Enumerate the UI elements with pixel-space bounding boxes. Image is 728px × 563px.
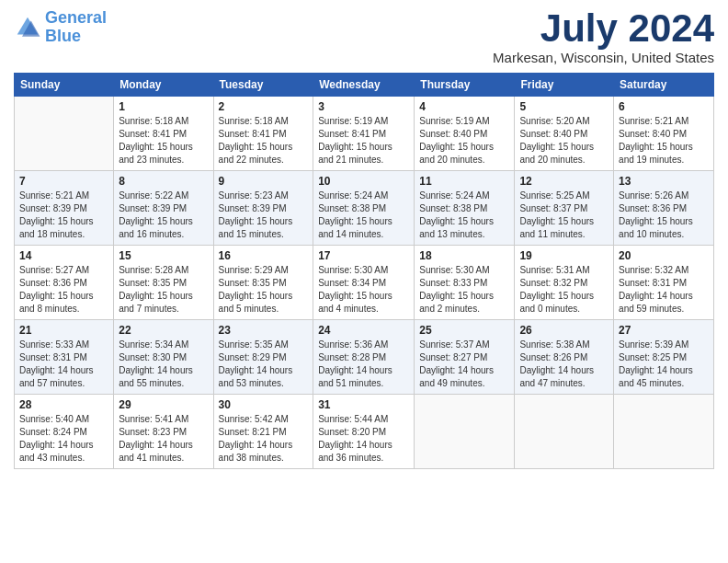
day-of-week-header: Thursday bbox=[415, 74, 515, 97]
calendar-cell: 9Sunrise: 5:23 AM Sunset: 8:39 PM Daylig… bbox=[213, 171, 313, 246]
day-info: Sunrise: 5:24 AM Sunset: 8:38 PM Dayligh… bbox=[419, 190, 509, 241]
day-info: Sunrise: 5:20 AM Sunset: 8:40 PM Dayligh… bbox=[519, 115, 609, 167]
day-number: 29 bbox=[119, 398, 208, 411]
logo-blue: Blue bbox=[45, 27, 81, 45]
day-number: 24 bbox=[318, 324, 409, 337]
logo-icon bbox=[14, 14, 41, 41]
day-number: 30 bbox=[219, 398, 309, 411]
day-of-week-header: Wednesday bbox=[313, 74, 415, 97]
day-info: Sunrise: 5:21 AM Sunset: 8:40 PM Dayligh… bbox=[619, 115, 709, 167]
day-info: Sunrise: 5:34 AM Sunset: 8:30 PM Dayligh… bbox=[119, 339, 208, 390]
day-of-week-header: Saturday bbox=[614, 74, 714, 97]
calendar-cell: 19Sunrise: 5:31 AM Sunset: 8:32 PM Dayli… bbox=[515, 246, 614, 320]
calendar-cell bbox=[515, 395, 614, 469]
calendar-cell: 2Sunrise: 5:18 AM Sunset: 8:41 PM Daylig… bbox=[213, 97, 313, 171]
day-info: Sunrise: 5:32 AM Sunset: 8:31 PM Dayligh… bbox=[619, 264, 709, 316]
calendar-header-row: SundayMondayTuesdayWednesdayThursdayFrid… bbox=[15, 74, 714, 97]
calendar-cell: 7Sunrise: 5:21 AM Sunset: 8:39 PM Daylig… bbox=[15, 171, 114, 246]
month-title: July 2024 bbox=[493, 9, 714, 48]
calendar-cell: 13Sunrise: 5:26 AM Sunset: 8:36 PM Dayli… bbox=[614, 171, 714, 246]
day-number: 10 bbox=[318, 175, 409, 188]
day-number: 1 bbox=[119, 100, 208, 113]
calendar-cell: 30Sunrise: 5:42 AM Sunset: 8:21 PM Dayli… bbox=[213, 395, 313, 469]
calendar-cell: 4Sunrise: 5:19 AM Sunset: 8:40 PM Daylig… bbox=[415, 97, 515, 171]
day-number: 28 bbox=[19, 398, 108, 411]
day-info: Sunrise: 5:30 AM Sunset: 8:33 PM Dayligh… bbox=[419, 264, 509, 316]
day-info: Sunrise: 5:26 AM Sunset: 8:36 PM Dayligh… bbox=[619, 190, 709, 241]
day-of-week-header: Sunday bbox=[15, 74, 114, 97]
calendar-cell: 27Sunrise: 5:39 AM Sunset: 8:25 PM Dayli… bbox=[614, 320, 714, 395]
calendar-cell: 31Sunrise: 5:44 AM Sunset: 8:20 PM Dayli… bbox=[313, 395, 415, 469]
day-of-week-header: Friday bbox=[515, 74, 614, 97]
day-info: Sunrise: 5:19 AM Sunset: 8:41 PM Dayligh… bbox=[318, 115, 409, 167]
day-number: 4 bbox=[419, 100, 509, 113]
day-of-week-header: Tuesday bbox=[213, 74, 313, 97]
day-info: Sunrise: 5:30 AM Sunset: 8:34 PM Dayligh… bbox=[318, 264, 409, 316]
calendar-cell: 18Sunrise: 5:30 AM Sunset: 8:33 PM Dayli… bbox=[415, 246, 515, 320]
day-info: Sunrise: 5:37 AM Sunset: 8:27 PM Dayligh… bbox=[419, 339, 509, 390]
day-number: 20 bbox=[619, 249, 709, 262]
day-number: 3 bbox=[318, 100, 409, 113]
location-text: Markesan, Wisconsin, United States bbox=[493, 50, 714, 65]
calendar-cell: 20Sunrise: 5:32 AM Sunset: 8:31 PM Dayli… bbox=[614, 246, 714, 320]
day-number: 21 bbox=[19, 324, 108, 337]
day-info: Sunrise: 5:25 AM Sunset: 8:37 PM Dayligh… bbox=[519, 190, 609, 241]
calendar-cell: 6Sunrise: 5:21 AM Sunset: 8:40 PM Daylig… bbox=[614, 97, 714, 171]
calendar-cell: 25Sunrise: 5:37 AM Sunset: 8:27 PM Dayli… bbox=[415, 320, 515, 395]
day-number: 12 bbox=[519, 175, 609, 188]
day-number: 16 bbox=[219, 249, 309, 262]
calendar-cell: 3Sunrise: 5:19 AM Sunset: 8:41 PM Daylig… bbox=[313, 97, 415, 171]
calendar-cell: 8Sunrise: 5:22 AM Sunset: 8:39 PM Daylig… bbox=[114, 171, 213, 246]
day-number: 8 bbox=[119, 175, 208, 188]
day-info: Sunrise: 5:22 AM Sunset: 8:39 PM Dayligh… bbox=[119, 190, 208, 241]
calendar-cell: 24Sunrise: 5:36 AM Sunset: 8:28 PM Dayli… bbox=[313, 320, 415, 395]
calendar-cell: 10Sunrise: 5:24 AM Sunset: 8:38 PM Dayli… bbox=[313, 171, 415, 246]
day-number: 25 bbox=[419, 324, 509, 337]
calendar-cell: 5Sunrise: 5:20 AM Sunset: 8:40 PM Daylig… bbox=[515, 97, 614, 171]
day-info: Sunrise: 5:35 AM Sunset: 8:29 PM Dayligh… bbox=[219, 339, 309, 390]
day-info: Sunrise: 5:29 AM Sunset: 8:35 PM Dayligh… bbox=[219, 264, 309, 316]
day-info: Sunrise: 5:33 AM Sunset: 8:31 PM Dayligh… bbox=[19, 339, 108, 390]
calendar-cell: 17Sunrise: 5:30 AM Sunset: 8:34 PM Dayli… bbox=[313, 246, 415, 320]
calendar-cell: 14Sunrise: 5:27 AM Sunset: 8:36 PM Dayli… bbox=[15, 246, 114, 320]
calendar-cell: 22Sunrise: 5:34 AM Sunset: 8:30 PM Dayli… bbox=[114, 320, 213, 395]
calendar-cell bbox=[415, 395, 515, 469]
day-number: 6 bbox=[619, 100, 709, 113]
title-area: July 2024 Markesan, Wisconsin, United St… bbox=[493, 9, 714, 65]
day-of-week-header: Monday bbox=[114, 74, 213, 97]
calendar-cell: 23Sunrise: 5:35 AM Sunset: 8:29 PM Dayli… bbox=[213, 320, 313, 395]
logo-text: General Blue bbox=[45, 9, 107, 46]
day-number: 7 bbox=[19, 175, 108, 188]
calendar-cell: 12Sunrise: 5:25 AM Sunset: 8:37 PM Dayli… bbox=[515, 171, 614, 246]
day-info: Sunrise: 5:23 AM Sunset: 8:39 PM Dayligh… bbox=[219, 190, 309, 241]
calendar-cell: 28Sunrise: 5:40 AM Sunset: 8:24 PM Dayli… bbox=[15, 395, 114, 469]
calendar-week-row: 28Sunrise: 5:40 AM Sunset: 8:24 PM Dayli… bbox=[15, 395, 714, 469]
day-info: Sunrise: 5:18 AM Sunset: 8:41 PM Dayligh… bbox=[219, 115, 309, 167]
day-number: 14 bbox=[19, 249, 108, 262]
calendar-cell bbox=[15, 97, 114, 171]
day-info: Sunrise: 5:27 AM Sunset: 8:36 PM Dayligh… bbox=[19, 264, 108, 316]
day-info: Sunrise: 5:24 AM Sunset: 8:38 PM Dayligh… bbox=[318, 190, 409, 241]
day-info: Sunrise: 5:21 AM Sunset: 8:39 PM Dayligh… bbox=[19, 190, 108, 241]
day-number: 11 bbox=[419, 175, 509, 188]
calendar-week-row: 7Sunrise: 5:21 AM Sunset: 8:39 PM Daylig… bbox=[15, 171, 714, 246]
calendar-week-row: 21Sunrise: 5:33 AM Sunset: 8:31 PM Dayli… bbox=[15, 320, 714, 395]
day-info: Sunrise: 5:28 AM Sunset: 8:35 PM Dayligh… bbox=[119, 264, 208, 316]
calendar-cell bbox=[614, 395, 714, 469]
day-info: Sunrise: 5:36 AM Sunset: 8:28 PM Dayligh… bbox=[318, 339, 409, 390]
calendar-cell: 16Sunrise: 5:29 AM Sunset: 8:35 PM Dayli… bbox=[213, 246, 313, 320]
day-number: 31 bbox=[318, 398, 409, 411]
calendar-cell: 15Sunrise: 5:28 AM Sunset: 8:35 PM Dayli… bbox=[114, 246, 213, 320]
calendar-cell: 11Sunrise: 5:24 AM Sunset: 8:38 PM Dayli… bbox=[415, 171, 515, 246]
calendar-cell: 29Sunrise: 5:41 AM Sunset: 8:23 PM Dayli… bbox=[114, 395, 213, 469]
day-number: 17 bbox=[318, 249, 409, 262]
calendar-cell: 26Sunrise: 5:38 AM Sunset: 8:26 PM Dayli… bbox=[515, 320, 614, 395]
calendar-cell: 21Sunrise: 5:33 AM Sunset: 8:31 PM Dayli… bbox=[15, 320, 114, 395]
day-number: 5 bbox=[519, 100, 609, 113]
day-info: Sunrise: 5:41 AM Sunset: 8:23 PM Dayligh… bbox=[119, 413, 208, 465]
day-number: 27 bbox=[619, 324, 709, 337]
day-number: 9 bbox=[219, 175, 309, 188]
calendar-cell: 1Sunrise: 5:18 AM Sunset: 8:41 PM Daylig… bbox=[114, 97, 213, 171]
day-number: 26 bbox=[519, 324, 609, 337]
day-number: 2 bbox=[219, 100, 309, 113]
